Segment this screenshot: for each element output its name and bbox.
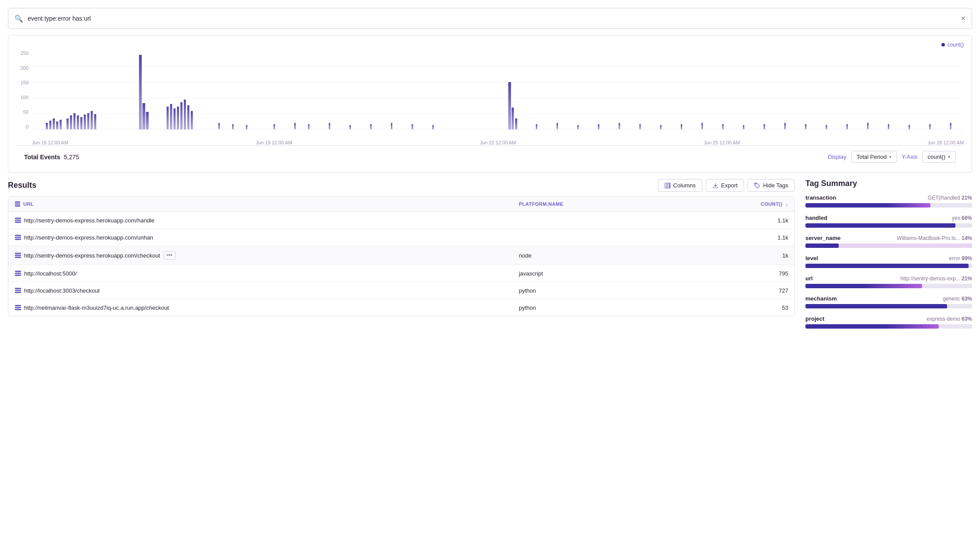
stack-icon [14,201,21,207]
col-header-url: URL [8,197,513,212]
hide-tags-button[interactable]: Hide Tags [748,179,795,192]
hide-tags-label: Hide Tags [763,182,788,189]
svg-rect-15 [84,115,86,129]
svg-rect-31 [232,124,233,129]
tag-value-handled: yes 66% [952,215,972,221]
table-row: http://neilmanvar-flask-m3uuizd7iq-uc.a.… [8,299,794,316]
svg-rect-88 [15,307,21,308]
display-chevron-icon: ▾ [889,154,891,159]
tag-item-handled: handled yes 66% [805,215,972,228]
svg-rect-64 [929,124,930,129]
count-cell-2: 1k [678,246,794,265]
svg-rect-87 [15,305,21,306]
svg-rect-89 [15,309,21,310]
tag-bar-url [805,284,972,288]
tag-item-url: url http://sentry-demos-exp... 21% [805,275,972,288]
platform-cell-3: javascript [513,265,678,282]
tag-value-project: express-demo 63% [927,316,972,322]
svg-rect-39 [391,123,392,129]
yaxis-dropdown[interactable]: count() ▾ [922,151,956,163]
tag-item-transaction: transaction GET|/handled 21% [805,194,972,208]
row-stack-icon [14,234,21,241]
display-dropdown[interactable]: Total Period ▾ [851,151,898,163]
tag-name-project: project [805,315,824,322]
clear-search-button[interactable]: × [961,14,966,23]
export-label: Export [721,182,738,189]
results-section: Results Columns Export [8,179,795,336]
svg-rect-68 [669,183,670,188]
yaxis-label: Y-Axis [901,154,917,160]
y-label-0: 0 [16,124,29,129]
svg-rect-52 [681,124,682,129]
y-label-50: 50 [16,109,29,115]
svg-rect-43 [511,107,514,129]
svg-rect-41 [433,125,434,129]
svg-rect-42 [508,82,511,129]
tag-bar-level [805,264,972,268]
svg-rect-23 [170,104,172,129]
svg-rect-81 [15,271,21,272]
tag-bar-mechanism [805,304,972,308]
tag-bar-handled [805,223,972,228]
tag-bar-fill [805,223,955,228]
tag-item-level: level error 99% [805,255,972,268]
tag-item-mechanism: mechanism generic 63% [805,295,972,308]
url-cell-3: http://localhost:5000/ [8,265,513,282]
more-options-button[interactable]: ••• [164,251,175,260]
svg-rect-65 [950,123,951,129]
svg-rect-73 [15,220,21,221]
tag-bar-fill [805,243,839,248]
svg-rect-60 [847,124,848,129]
svg-rect-67 [667,183,669,188]
table-header-row: URL PLATFORM.NAME COUNT() ↓ [8,197,794,212]
results-header: Results Columns Export [8,179,795,192]
svg-rect-46 [557,123,558,129]
svg-rect-14 [80,117,82,129]
table-row: http://sentry-demos-express.herokuapp.co… [8,212,794,229]
tag-name-mechanism: mechanism [805,295,837,302]
svg-rect-36 [329,123,330,129]
svg-rect-21 [146,112,149,129]
svg-rect-76 [15,237,21,238]
results-table: URL PLATFORM.NAME COUNT() ↓ [8,197,794,316]
svg-rect-30 [218,123,220,129]
tag-value-level: error 99% [949,255,972,261]
main-content: Results Columns Export [8,179,972,336]
url-cell-0: http://sentry-demos-express.herokuapp.co… [8,212,513,229]
svg-rect-35 [308,124,309,129]
svg-rect-71 [15,205,20,207]
columns-button[interactable]: Columns [658,179,702,192]
svg-rect-49 [619,123,620,129]
platform-cell-1 [513,229,678,246]
svg-rect-82 [15,273,21,274]
tag-value-server-name: Williams-MacBook-Pro.lo... 14% [897,235,972,241]
url-cell-5: http://neilmanvar-flask-m3uuizd7iq-uc.a.… [8,299,513,316]
tag-summary: Tag Summary transaction GET|/handled 21%… [805,179,972,336]
svg-rect-45 [536,124,537,129]
svg-rect-58 [805,124,806,129]
row-stack-icon [14,217,21,224]
svg-rect-25 [177,107,179,129]
svg-rect-54 [722,124,723,129]
svg-rect-20 [143,103,145,129]
x-label-4: Jun 28 12:00 AM [927,140,964,145]
svg-rect-6 [49,121,51,129]
svg-rect-10 [67,118,69,129]
url-cell-1: http://sentry-demos-express.herokuapp.co… [8,229,513,246]
export-icon [712,183,719,189]
table-wrapper: URL PLATFORM.NAME COUNT() ↓ [8,196,795,316]
chart-container: count() 250 200 150 100 50 0 [8,35,972,173]
svg-rect-50 [640,124,641,129]
svg-rect-83 [15,275,21,276]
svg-rect-8 [56,122,58,129]
tag-bar-fill [805,203,930,208]
export-button[interactable]: Export [706,179,744,192]
x-label-2: Jun 22 12:00 AM [480,140,516,145]
svg-rect-17 [91,111,93,129]
col-header-platform: PLATFORM.NAME [513,197,678,212]
svg-rect-72 [15,218,21,219]
table-row: http://localhost:3003/checkout python 72… [8,282,794,299]
chart-legend: count() [16,42,964,48]
count-cell-5: 53 [678,299,794,316]
search-input[interactable] [28,15,961,22]
